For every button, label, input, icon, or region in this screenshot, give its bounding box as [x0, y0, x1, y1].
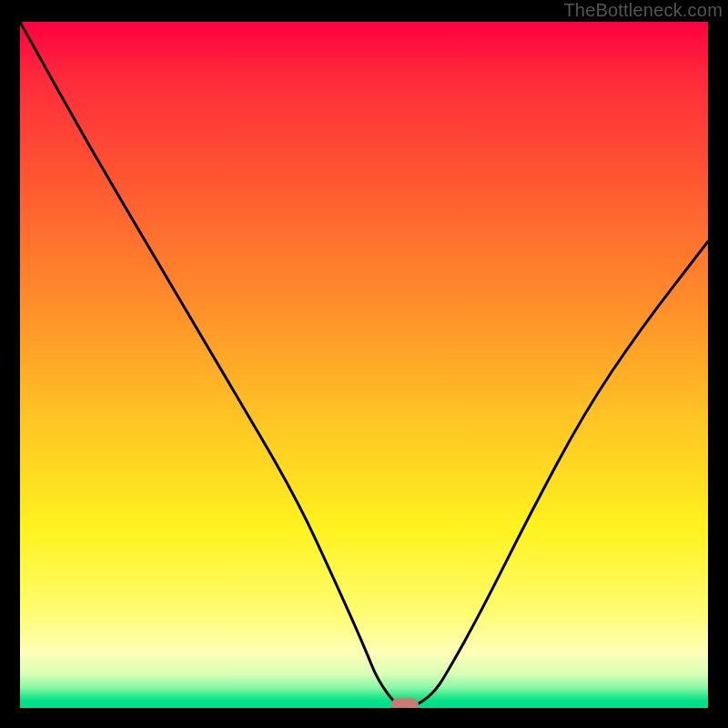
bottleneck-curve [20, 22, 708, 708]
curve-svg [20, 22, 708, 708]
chart-frame: TheBottleneck.com [0, 0, 728, 728]
minimum-marker [391, 698, 419, 708]
plot-area [20, 22, 708, 708]
watermark-text: TheBottleneck.com [563, 0, 723, 21]
